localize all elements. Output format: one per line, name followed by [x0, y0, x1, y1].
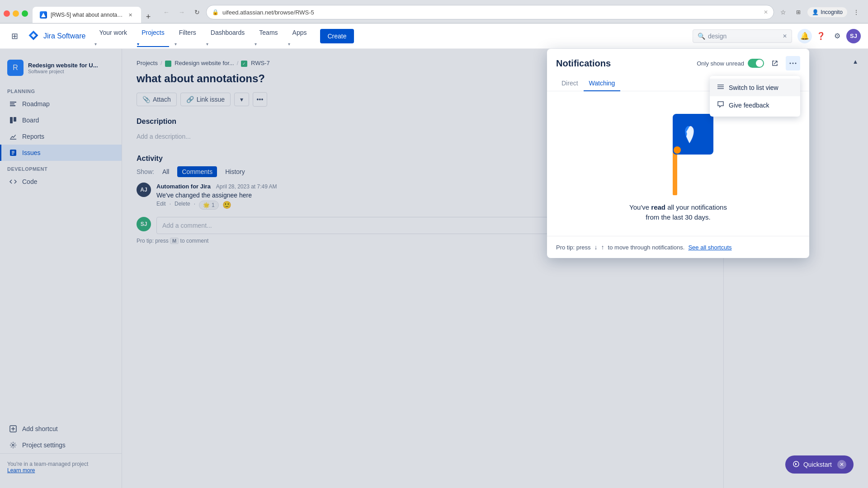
search-value: design	[708, 33, 726, 40]
notif-dropdown-menu: Switch to list view Give feedback	[710, 76, 800, 117]
three-dots-icon	[789, 60, 797, 67]
read-msg-all: all your notifications	[667, 203, 727, 211]
browser-menu-btn[interactable]: ⋮	[850, 6, 863, 19]
settings-btn[interactable]: ⚙	[830, 29, 844, 43]
grid-menu-btn[interactable]: ⊞	[7, 29, 22, 43]
unread-toggle[interactable]	[748, 59, 764, 68]
teams-chevron: ▾	[255, 42, 257, 47]
extension-btn[interactable]: ⊞	[792, 6, 805, 19]
read-msg-bold: read	[651, 203, 665, 211]
open-external-btn[interactable]	[768, 56, 782, 70]
reload-btn[interactable]: ↻	[191, 6, 203, 19]
footer-tip-suffix: to move through notifications.	[608, 244, 685, 251]
tab-watching[interactable]: Watching	[584, 76, 621, 91]
external-link-icon	[771, 60, 778, 67]
notifications-illustration	[633, 105, 723, 195]
apps-nav[interactable]: Apps ▾	[288, 25, 311, 47]
teams-nav[interactable]: Teams ▾	[255, 25, 282, 47]
app-header: ⊞ Jira Software Your work ▾ Projects ▾ F…	[0, 23, 868, 49]
only-unread-label: Only show unread	[697, 60, 744, 67]
tab-title: [RWS-5] what about annotations...	[51, 12, 123, 18]
notif-more-btn[interactable]	[786, 56, 800, 70]
notifications-header: Notifications Only show unread	[547, 49, 809, 70]
new-tab-btn[interactable]: +	[142, 10, 155, 23]
forward-btn[interactable]: →	[175, 6, 188, 19]
notifications-title: Notifications	[556, 58, 691, 69]
apps-chevron: ▾	[288, 42, 290, 47]
browser-tabs: [RWS-5] what about annotations... ✕ +	[33, 0, 155, 23]
quickstart-close-btn[interactable]: ✕	[837, 460, 846, 469]
apps-label: Apps	[288, 25, 311, 40]
dashboards-label: Dashboards	[206, 25, 250, 40]
notifications-read-message: You've read all your notifications from …	[629, 202, 727, 223]
quickstart-icon	[793, 460, 800, 469]
teams-label: Teams	[255, 25, 282, 40]
jira-logo-icon	[27, 30, 40, 42]
create-btn[interactable]: Create	[320, 29, 354, 43]
svg-point-10	[790, 63, 791, 64]
read-msg-prefix: You've	[629, 203, 649, 211]
give-feedback-label: Give feedback	[729, 102, 769, 109]
footer-up-arrow: ↑	[601, 244, 604, 251]
footer-down-arrow: ↓	[594, 244, 598, 251]
feedback-icon	[717, 101, 724, 109]
user-avatar-btn[interactable]: SJ	[846, 29, 861, 43]
notifications-footer: Pro tip: press ↓ ↑ to move through notif…	[547, 236, 809, 258]
app-logo: Jira Software	[27, 30, 85, 42]
search-icon: 🔍	[698, 33, 705, 40]
dashboards-chevron: ▾	[206, 42, 208, 47]
your-work-nav[interactable]: Your work ▾	[94, 25, 132, 47]
give-feedback-item[interactable]: Give feedback	[710, 96, 800, 114]
svg-point-12	[795, 63, 797, 64]
notifications-btn[interactable]: 🔔	[797, 29, 812, 43]
active-tab[interactable]: [RWS-5] what about annotations... ✕	[33, 7, 141, 23]
switch-to-list-item[interactable]: Switch to list view	[710, 79, 800, 96]
browser-chrome: [RWS-5] what about annotations... ✕ + ← …	[0, 0, 868, 23]
filters-label: Filters	[175, 25, 201, 40]
window-controls	[4, 10, 28, 23]
search-clear-icon[interactable]: ✕	[783, 33, 787, 39]
projects-label: Projects	[137, 25, 169, 40]
url-display: uifeed.atlassian.net/browse/RWS-5	[222, 9, 760, 16]
tab-direct[interactable]: Direct	[556, 76, 584, 91]
toggle-knob	[756, 60, 763, 67]
quickstart-label: Quickstart	[803, 461, 832, 468]
filters-nav[interactable]: Filters ▾	[175, 25, 201, 47]
notifications-panel: Notifications Only show unread	[547, 49, 809, 258]
header-search[interactable]: 🔍 design ✕	[693, 29, 792, 43]
projects-nav[interactable]: Projects ▾	[137, 25, 169, 47]
quickstart-btn[interactable]: Quickstart ✕	[785, 455, 854, 474]
notifications-controls: Only show unread Switch to list view	[697, 56, 800, 70]
footer-tip-text: Pro tip: press	[556, 244, 591, 251]
dashboards-nav[interactable]: Dashboards ▾	[206, 25, 250, 47]
your-work-chevron: ▾	[94, 42, 97, 47]
svg-line-9	[774, 61, 777, 64]
window-close-btn[interactable]	[4, 10, 10, 17]
header-icons: 🔔 ❓ ⚙ SJ	[797, 29, 861, 43]
app-logo-text: Jira Software	[43, 32, 85, 40]
svg-point-11	[793, 63, 794, 64]
svg-rect-16	[673, 150, 677, 195]
svg-point-18	[674, 146, 681, 154]
address-bar[interactable]: 🔒 uifeed.atlassian.net/browse/RWS-5 ✕	[206, 5, 774, 19]
your-work-label: Your work	[94, 25, 132, 40]
tab-close-btn[interactable]: ✕	[127, 11, 134, 19]
profile-incognito-btn[interactable]: 👤 Incognito	[807, 7, 847, 17]
bookmark-btn[interactable]: ☆	[777, 6, 789, 19]
tab-favicon	[40, 11, 47, 19]
filters-chevron: ▾	[175, 42, 177, 47]
switch-to-list-label: Switch to list view	[729, 84, 778, 91]
clear-search-icon[interactable]: ✕	[764, 9, 768, 15]
read-msg-line2: from the last 30 days.	[646, 213, 710, 221]
window-maximize-btn[interactable]	[22, 10, 28, 17]
incognito-label: Incognito	[821, 9, 843, 15]
list-view-icon	[717, 83, 724, 92]
help-btn[interactable]: ❓	[814, 29, 828, 43]
see-all-shortcuts-link[interactable]: See all shortcuts	[688, 244, 731, 251]
back-btn[interactable]: ←	[160, 6, 173, 19]
svg-marker-0	[41, 13, 46, 17]
window-minimize-btn[interactable]	[13, 10, 19, 17]
